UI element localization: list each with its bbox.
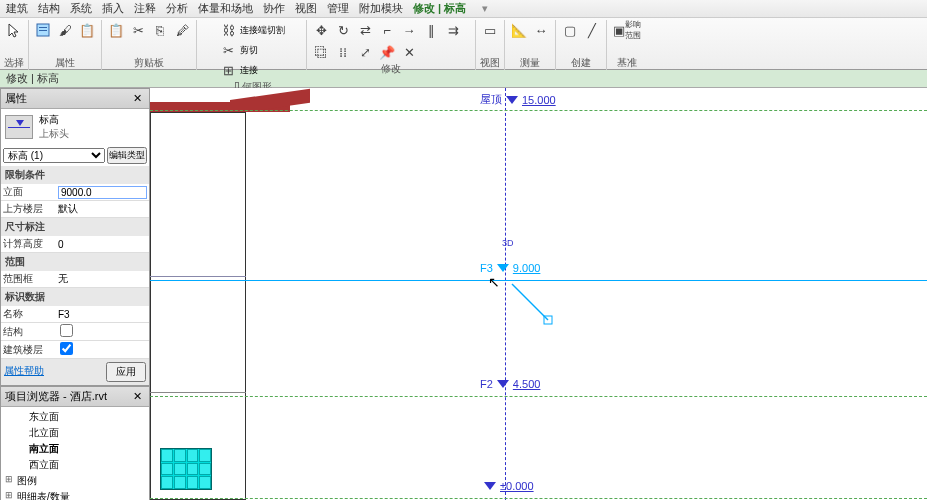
match-icon[interactable]: 🖉 <box>172 20 192 40</box>
paste-icon[interactable]: 📋 <box>106 20 126 40</box>
scope-icon[interactable]: ▣影响范围 <box>611 20 643 40</box>
rotate-icon[interactable]: ↻ <box>333 20 353 40</box>
level-label[interactable]: 屋顶15.000 <box>480 92 556 107</box>
property-row[interactable]: 计算高度0 <box>1 236 149 253</box>
drawing-canvas[interactable]: 屋顶15.000F39.000F24.500±0.000 ↖ 3D <box>150 88 927 500</box>
property-row[interactable]: 上方楼层默认 <box>1 201 149 218</box>
level-line[interactable] <box>150 498 927 499</box>
property-value[interactable]: F3 <box>58 309 147 320</box>
delete-icon[interactable]: ✕ <box>399 42 419 62</box>
ribbon-group-label: 测量 <box>520 56 540 70</box>
ribbon-group-label: 创建 <box>571 56 591 70</box>
align-icon[interactable]: ‖ <box>421 20 441 40</box>
cut-icon[interactable]: ✂ <box>128 20 148 40</box>
menu-item[interactable]: 体量和场地 <box>198 1 253 16</box>
extend-icon[interactable]: → <box>399 20 419 40</box>
copy-mod-icon[interactable]: ⿻ <box>311 42 331 62</box>
tree-leaf[interactable]: 南立面 <box>3 441 147 457</box>
apply-button[interactable]: 应用 <box>106 362 146 382</box>
property-row[interactable]: 立面 <box>1 184 149 201</box>
create-icon[interactable]: ▢ <box>560 20 580 40</box>
copy-icon[interactable]: ⎘ <box>150 20 170 40</box>
menu-item[interactable]: 系统 <box>70 1 92 16</box>
offset-icon[interactable]: ⇉ <box>443 20 463 40</box>
property-row[interactable]: 建筑楼层 <box>1 341 149 359</box>
ribbon: 选择 🖌 📋 属性 📋 ✂ ⎘ 🖉 剪贴板 ⛓连接端切割 ✂剪切 ⊞连接 几何图… <box>0 18 927 70</box>
cope-label: 连接端切割 <box>240 24 285 37</box>
menu-item[interactable]: 附加模块 <box>359 1 403 16</box>
property-value[interactable]: 0 <box>58 239 147 250</box>
instance-selector[interactable]: 标高 (1) <box>3 148 105 163</box>
menu-item[interactable]: 管理 <box>327 1 349 16</box>
pin-icon[interactable]: 📌 <box>377 42 397 62</box>
tree-leaf[interactable]: 东立面 <box>3 409 147 425</box>
line-icon[interactable]: ╱ <box>582 20 602 40</box>
tree-node[interactable]: 明细表/数量 <box>3 489 147 500</box>
property-section-header[interactable]: 尺寸标注 <box>1 218 149 236</box>
properties-panel-title[interactable]: 属性 ✕ <box>1 89 149 109</box>
ribbon-group-clipboard: 📋 ✂ ⎘ 🖉 剪贴板 <box>102 20 197 70</box>
view-icon[interactable]: ▭ <box>480 20 500 40</box>
close-icon[interactable]: ✕ <box>130 92 145 105</box>
menu-item[interactable]: 视图 <box>295 1 317 16</box>
ribbon-group-label: 修改 <box>381 62 401 76</box>
property-key: 计算高度 <box>3 237 58 251</box>
cope-icon[interactable]: ⛓ <box>218 20 238 40</box>
close-icon[interactable]: ✕ <box>130 390 145 403</box>
filter-icon[interactable]: 📋 <box>77 20 97 40</box>
menu-item[interactable]: 插入 <box>102 1 124 16</box>
join-geom-icon[interactable]: ⊞ <box>218 60 238 80</box>
property-section-header[interactable]: 标识数据 <box>1 288 149 306</box>
trim-icon[interactable]: ⌐ <box>377 20 397 40</box>
property-row[interactable]: 范围框无 <box>1 271 149 288</box>
level-line[interactable] <box>150 396 927 397</box>
dimension-icon[interactable]: ↔ <box>531 20 551 40</box>
edit-type-button[interactable]: 编辑类型 <box>107 147 147 164</box>
cut-geom-icon[interactable]: ✂ <box>218 40 238 60</box>
property-value[interactable] <box>58 342 147 357</box>
menu-item[interactable]: 建筑 <box>6 1 28 16</box>
property-section-header[interactable]: 范围 <box>1 253 149 271</box>
level-label[interactable]: F24.500 <box>480 378 540 390</box>
property-checkbox[interactable] <box>60 324 73 337</box>
property-checkbox[interactable] <box>60 342 73 355</box>
property-value[interactable] <box>58 186 147 199</box>
project-browser-tree[interactable]: 东立面北立面南立面西立面图例明细表/数量图纸 (全部)001 - 总平面图002… <box>1 407 149 500</box>
menu-item[interactable]: 结构 <box>38 1 60 16</box>
property-value[interactable]: 默认 <box>58 202 147 216</box>
tree-node[interactable]: 图例 <box>3 473 147 489</box>
level-line[interactable] <box>150 110 927 111</box>
drag-handle[interactable] <box>508 280 556 328</box>
mirror-icon[interactable]: ⇄ <box>355 20 375 40</box>
property-row[interactable]: 结构 <box>1 323 149 341</box>
type-props-icon[interactable]: 🖌 <box>55 20 75 40</box>
tree-leaf[interactable]: 西立面 <box>3 457 147 473</box>
property-section-header[interactable]: 限制条件 <box>1 166 149 184</box>
ribbon-group-measure: 📐 ↔ 测量 <box>505 20 556 70</box>
level-3d-badge[interactable]: 3D <box>502 238 514 248</box>
properties-icon[interactable] <box>33 20 53 40</box>
property-input[interactable] <box>58 186 147 199</box>
scale-icon[interactable]: ⤢ <box>355 42 375 62</box>
ribbon-group-modify: ✥ ↻ ⇄ ⌐ → ‖ ⇉ ⿻ ⁞⁞ ⤢ 📌 ✕ 修改 <box>307 20 476 70</box>
measure-icon[interactable]: 📐 <box>509 20 529 40</box>
level-label[interactable]: F39.000 <box>480 262 540 274</box>
menu-item[interactable]: 协作 <box>263 1 285 16</box>
menu-overflow-icon[interactable]: ▾ <box>482 2 488 15</box>
browser-panel-title[interactable]: 项目浏览器 - 酒店.rvt ✕ <box>1 387 149 407</box>
menu-item-modify-levels[interactable]: 修改 | 标高 <box>413 1 466 16</box>
level-label[interactable]: ±0.000 <box>480 480 534 492</box>
property-value[interactable]: 无 <box>58 272 147 286</box>
properties-footer: 属性帮助 应用 <box>1 359 149 385</box>
property-value[interactable] <box>58 324 147 339</box>
menu-item[interactable]: 分析 <box>166 1 188 16</box>
property-key: 范围框 <box>3 272 58 286</box>
array-icon[interactable]: ⁞⁞ <box>333 42 353 62</box>
tree-leaf[interactable]: 北立面 <box>3 425 147 441</box>
move-icon[interactable]: ✥ <box>311 20 331 40</box>
modify-cursor-icon[interactable] <box>4 20 24 40</box>
properties-help-link[interactable]: 属性帮助 <box>4 362 44 382</box>
properties-panel: 属性 ✕ 标高 上标头 标高 (1) 编辑类型 限制条件立面上方楼层默认尺寸标注… <box>0 88 150 386</box>
menu-item[interactable]: 注释 <box>134 1 156 16</box>
property-row[interactable]: 名称F3 <box>1 306 149 323</box>
